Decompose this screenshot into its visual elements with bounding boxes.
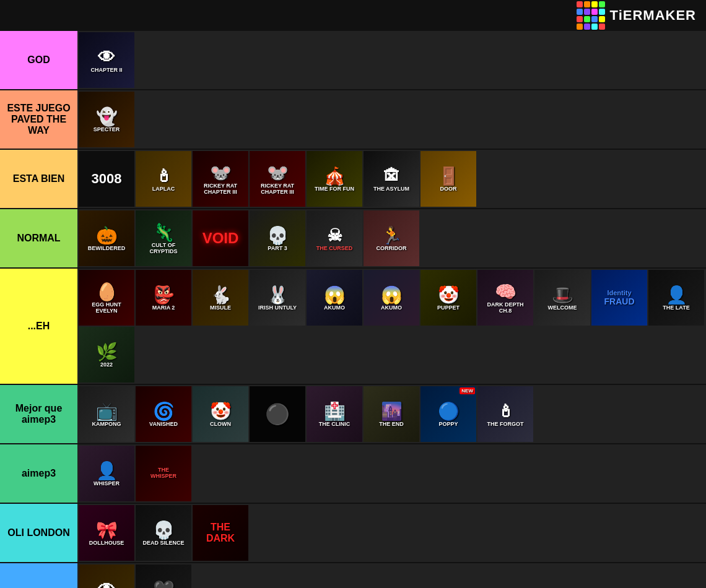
tier-row-mejor: Mejor que aimep3📺KAMPONG🌀VANISHED🤡CLOWN⚫…: [0, 385, 706, 444]
game-tile-outra[interactable]: 👁OUTRA: [79, 564, 134, 588]
game-tile-puppet[interactable]: 🤡PUPPET: [421, 270, 476, 326]
tier-label-oli: OLI LONDON: [0, 504, 77, 562]
game-tile-fraud[interactable]: IdentityFRAUD: [591, 270, 647, 326]
game-tile-cultcryptids[interactable]: 🦎CULT OF CRYPTIDS: [136, 210, 191, 266]
tier-items-normal: 🎃BEWILDERED🦎CULT OF CRYPTIDSVOID💀PART 3☠…: [77, 209, 706, 267]
tier-label-estabien: ESTA BIEN: [0, 150, 77, 208]
game-tile-thedark[interactable]: THEDARK: [193, 505, 248, 561]
game-tile-clown[interactable]: 🤡CLOWN: [193, 386, 248, 442]
tier-row-god: GOD👁CHAPTER II: [0, 31, 706, 90]
game-tile-theend[interactable]: 🌆THE END: [364, 386, 419, 442]
game-tile-deadsilence[interactable]: 💀DEAD SILENCE: [136, 505, 191, 561]
tier-label-god: GOD: [0, 31, 77, 89]
logo-text: TiERMAKER: [610, 7, 696, 24]
tier-row-zzz: ZZZZZZ👁OUTRA🖤SPLIT SECOND: [0, 563, 706, 588]
game-tile-corridor[interactable]: 🏃CORRIDOR: [364, 210, 419, 266]
game-tile-irishuntuly[interactable]: 🐰IRISH UNTULY: [250, 270, 305, 326]
game-tile-poppy[interactable]: 🔵POPPYNEW: [421, 386, 476, 442]
game-tile-forgot[interactable]: 🕯The Forgot: [477, 386, 533, 442]
game-tile-akumo2[interactable]: 😱AKUMO: [364, 270, 419, 326]
tier-items-oli: 🎀DOLLHOUSE💀DEAD SILENCETHEDARK: [77, 504, 706, 562]
game-tile-misule[interactable]: 🐇MISULE: [193, 270, 248, 326]
tier-row-eh: ...EH🥚EGG HUNTEVELYN👺MARIA 2🐇MISULE🐰IRIS…: [0, 269, 706, 385]
game-tile-g3008[interactable]: 3008: [79, 151, 134, 207]
game-tile-rickeyrat3b[interactable]: 🐭RICKEY RATCHAPTER III: [250, 151, 305, 207]
game-tile-blackball[interactable]: ⚫: [250, 386, 305, 442]
new-badge: NEW: [460, 387, 475, 394]
game-tile-welcome[interactable]: 🎩WELCOME: [534, 270, 590, 326]
game-tile-whisperchar[interactable]: 👤WHISPER: [79, 446, 134, 501]
tier-label-zzz: ZZZZZZ: [0, 563, 77, 588]
game-tile-akumo1[interactable]: 😱AKUMO: [307, 270, 362, 326]
tier-items-paved: 👻SPECTER: [77, 90, 706, 149]
tier-label-aimep3: aimep3: [0, 444, 77, 503]
game-tile-dollhouse[interactable]: 🎀DOLLHOUSE: [79, 505, 134, 561]
game-tile-evelyn[interactable]: 🥚EGG HUNTEVELYN: [79, 270, 134, 326]
game-tile-asylum[interactable]: 🏚The Asylum: [364, 151, 419, 207]
game-tile-theclinic[interactable]: 🏥THE CLINIC: [307, 386, 362, 442]
tier-items-estabien: 3008🕯Laplac🐭RICKEY RATCHAPTER III🐭RICKEY…: [77, 150, 706, 208]
game-tile-cursed[interactable]: ☠THE CURSED: [307, 210, 362, 266]
game-tile-specter[interactable]: 👻SPECTER: [79, 92, 134, 147]
tier-items-god: 👁CHAPTER II: [77, 31, 706, 89]
tier-items-eh: 🥚EGG HUNTEVELYN👺MARIA 2🐇MISULE🐰IRISH UNT…: [77, 269, 706, 384]
game-tile-splitsecond[interactable]: 🖤SPLIT SECOND: [136, 564, 191, 588]
game-tile-kampong[interactable]: 📺KAMPONG: [79, 386, 134, 442]
game-tile-chapter2[interactable]: 👁CHAPTER II: [79, 32, 134, 88]
game-tile-bewildered[interactable]: 🎃BEWILDERED: [79, 210, 134, 266]
tier-label-eh: ...EH: [0, 269, 77, 384]
tiermaker-logo: TiERMAKER: [577, 1, 696, 30]
game-tile-darkdepth[interactable]: 🧠Dark DepthCh.8: [477, 270, 533, 326]
tier-row-aimep3: aimep3👤WHISPERTHEWHISPER: [0, 444, 706, 504]
game-tile-maria2[interactable]: 👺MARIA 2: [136, 270, 191, 326]
game-tile-rickeyrat3a[interactable]: 🐭RICKEY RATCHAPTER III: [193, 151, 248, 207]
tier-list: GOD👁CHAPTER IIESTE JUEGO PAVED THE WAY👻S…: [0, 31, 706, 588]
tier-row-estabien: ESTA BIEN3008🕯Laplac🐭RICKEY RATCHAPTER I…: [0, 150, 706, 209]
game-tile-whisper[interactable]: THEWHISPER: [136, 446, 191, 501]
tier-label-normal: NORMAL: [0, 209, 77, 267]
tier-row-normal: NORMAL🎃BEWILDERED🦎CULT OF CRYPTIDSVOID💀P…: [0, 209, 706, 269]
tier-label-paved: ESTE JUEGO PAVED THE WAY: [0, 90, 77, 149]
tier-row-oli: OLI LONDON🎀DOLLHOUSE💀DEAD SILENCETHEDARK: [0, 504, 706, 563]
game-tile-vanished[interactable]: 🌀VANISHED: [136, 386, 191, 442]
game-tile-void[interactable]: VOID: [193, 210, 248, 266]
game-tile-door[interactable]: 🚪DOOR: [421, 151, 476, 207]
game-tile-part3[interactable]: 💀PART 3: [250, 210, 305, 266]
tier-items-zzz: 👁OUTRA🖤SPLIT SECOND: [77, 563, 706, 588]
tier-items-mejor: 📺KAMPONG🌀VANISHED🤡CLOWN⚫🏥THE CLINIC🌆THE …: [77, 385, 706, 443]
tier-items-aimep3: 👤WHISPERTHEWHISPER: [77, 444, 706, 503]
tiermaker-header: TiERMAKER: [0, 0, 706, 31]
game-tile-g2022[interactable]: 🌿2022: [79, 327, 134, 383]
game-tile-laplac[interactable]: 🕯Laplac: [136, 151, 191, 207]
tier-row-paved: ESTE JUEGO PAVED THE WAY👻SPECTER: [0, 90, 706, 150]
tier-label-mejor: Mejor que aimep3: [0, 385, 77, 443]
game-tile-thelate[interactable]: 👤THE LATE: [648, 270, 704, 326]
game-tile-timeforfun[interactable]: 🎪TIME FOR FUN: [307, 151, 362, 207]
logo-icon: [577, 1, 605, 30]
